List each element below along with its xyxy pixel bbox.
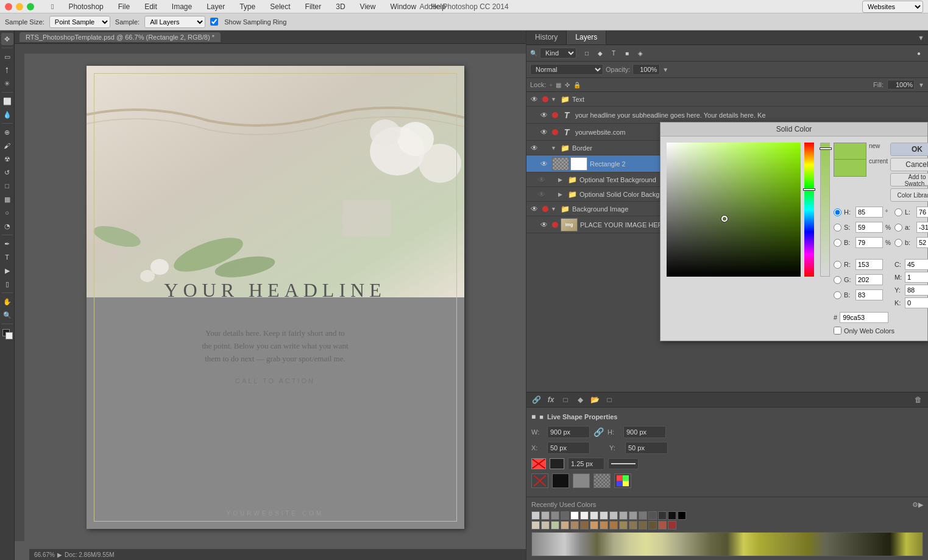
color-chip-3[interactable] xyxy=(551,511,559,520)
tool-type[interactable]: T xyxy=(1,251,13,263)
adjustment-icon[interactable]: ◆ xyxy=(574,394,586,405)
color-chip-13[interactable] xyxy=(648,511,657,520)
color-chip-14[interactable] xyxy=(658,511,667,520)
b-value-input[interactable] xyxy=(855,237,883,248)
tool-rectangle[interactable]: ▯ xyxy=(1,278,13,290)
color-chip-22[interactable] xyxy=(580,521,589,530)
add-to-swatch-button[interactable]: Add to Swatch... xyxy=(890,173,928,186)
color-chip-5[interactable] xyxy=(570,511,579,520)
color-chip-25[interactable] xyxy=(609,521,618,530)
menu-3d[interactable]: 3D xyxy=(333,2,347,11)
color-gradient-bar[interactable] xyxy=(531,532,923,556)
stroke-solid-black[interactable] xyxy=(550,458,564,469)
filter-adjustment-icon[interactable]: ◆ xyxy=(595,48,606,58)
recently-used-gear-icon[interactable]: ⚙▶ xyxy=(912,501,923,509)
w-input[interactable] xyxy=(547,426,590,438)
expand-arrow-opt-color[interactable]: ▶ xyxy=(558,191,565,197)
hex-input[interactable] xyxy=(840,312,888,323)
menu-view[interactable]: View xyxy=(358,2,378,11)
color-chip-6[interactable] xyxy=(580,511,589,520)
lock-all-icon[interactable]: 🔒 xyxy=(573,82,581,88)
traffic-light-close[interactable] xyxy=(5,3,12,10)
tool-healing[interactable]: ⊕ xyxy=(1,126,13,138)
tool-path-selection[interactable]: ▶ xyxy=(1,264,13,277)
link-layers-icon[interactable]: 🔗 xyxy=(530,394,542,405)
a-radio[interactable] xyxy=(894,224,902,232)
menu-layer[interactable]: Layer xyxy=(204,2,227,11)
visibility-place-image[interactable]: 👁 xyxy=(539,219,550,230)
visibility-text-group[interactable]: 👁 xyxy=(529,94,540,105)
menu-filter[interactable]: Filter xyxy=(303,2,324,11)
y-input[interactable] xyxy=(625,442,668,454)
menu-image[interactable]: Image xyxy=(169,2,194,11)
canvas-content[interactable]: YOUR HEADLINE your subheadline goes here… xyxy=(24,54,526,541)
new-layer-icon[interactable]: □ xyxy=(603,394,615,405)
mask-icon[interactable]: □ xyxy=(559,394,572,405)
sample-layers-select[interactable]: All Layers xyxy=(144,16,205,28)
b2-value-input[interactable] xyxy=(855,289,883,300)
opacity-input[interactable] xyxy=(632,64,660,75)
layer-row-text-group[interactable]: 👁 ▼ 📁 Text xyxy=(526,92,928,107)
visibility-headline[interactable]: 👁 xyxy=(539,110,550,121)
tab-history[interactable]: History xyxy=(526,30,567,44)
workspace-dropdown[interactable]: Websites xyxy=(862,1,923,13)
a-value-input[interactable] xyxy=(916,222,928,233)
tool-blur[interactable]: ○ xyxy=(1,207,13,219)
stroke-dash-select[interactable] xyxy=(608,458,639,469)
color-chip-12[interactable] xyxy=(639,511,647,520)
b3-value-input[interactable] xyxy=(916,237,928,248)
visibility-opt-text-bg[interactable]: 👁 xyxy=(536,174,547,185)
style-btn-gray[interactable] xyxy=(573,473,590,488)
menu-type[interactable]: Type xyxy=(237,2,258,11)
color-chip-9[interactable] xyxy=(609,511,618,520)
visibility-website[interactable]: 👁 xyxy=(539,127,550,138)
visibility-opt-color-bg[interactable]: 👁 xyxy=(536,189,547,200)
color-chip-2[interactable] xyxy=(541,511,550,520)
filter-pixel-icon[interactable]: □ xyxy=(581,48,592,58)
show-sampling-checkbox[interactable] xyxy=(210,18,218,26)
style-btn-color[interactable] xyxy=(614,473,631,488)
fill-arrow[interactable]: ▼ xyxy=(918,82,924,88)
traffic-light-maximize[interactable] xyxy=(27,3,34,10)
style-btn-checker[interactable] xyxy=(593,473,611,488)
color-chip-8[interactable] xyxy=(600,511,608,520)
style-btn-red-x[interactable] xyxy=(531,473,548,488)
tool-clone[interactable]: ☢ xyxy=(1,153,13,165)
s-radio[interactable] xyxy=(834,224,841,232)
traffic-light-minimize[interactable] xyxy=(16,3,23,10)
fx-icon[interactable]: fx xyxy=(545,394,557,405)
tool-eyedropper[interactable]: 💧 xyxy=(1,108,13,121)
g-radio[interactable] xyxy=(834,276,841,284)
stroke-color-red-x[interactable] xyxy=(531,458,546,469)
fg-bg-colors[interactable] xyxy=(1,327,13,339)
tab-layers[interactable]: Layers xyxy=(567,30,606,44)
blend-mode-select[interactable]: Normal xyxy=(530,64,603,75)
color-chip-21[interactable] xyxy=(570,521,579,530)
h-radio[interactable] xyxy=(834,208,841,216)
tool-brush[interactable]: 🖌 xyxy=(1,140,13,152)
color-chip-19[interactable] xyxy=(551,521,559,530)
expand-arrow-text[interactable]: ▼ xyxy=(551,96,558,102)
color-chip-31[interactable] xyxy=(668,521,676,530)
color-chip-1[interactable] xyxy=(531,511,540,520)
tool-magic-wand[interactable]: ✳ xyxy=(1,77,13,90)
r-value-input[interactable] xyxy=(855,259,883,270)
l-radio[interactable] xyxy=(894,208,902,216)
lock-image-icon[interactable]: ▦ xyxy=(556,82,561,88)
visibility-bg-image-group[interactable]: 👁 xyxy=(529,204,540,214)
folder-icon[interactable]: 📂 xyxy=(589,394,601,405)
tool-hand[interactable]: ✋ xyxy=(1,296,13,308)
color-chip-26[interactable] xyxy=(619,521,628,530)
tool-move[interactable]: ✥ xyxy=(1,33,13,45)
delete-layer-icon[interactable]: 🗑 xyxy=(912,394,924,405)
h-value-input[interactable] xyxy=(855,207,883,218)
color-chip-28[interactable] xyxy=(639,521,647,530)
y2-value-input[interactable] xyxy=(905,285,928,296)
style-btn-black[interactable] xyxy=(552,473,569,488)
r-radio[interactable] xyxy=(834,261,841,269)
visibility-border-group[interactable]: 👁 xyxy=(529,143,540,154)
color-chip-20[interactable] xyxy=(561,521,569,530)
layer-toggle-icon[interactable]: ● xyxy=(913,48,924,58)
layer-row-headline[interactable]: 👁 T your headline your subheadline goes … xyxy=(526,107,928,124)
document-tab[interactable]: RTS_PhotoshopTemplate.psd @ 66.7% (Recta… xyxy=(19,32,221,42)
